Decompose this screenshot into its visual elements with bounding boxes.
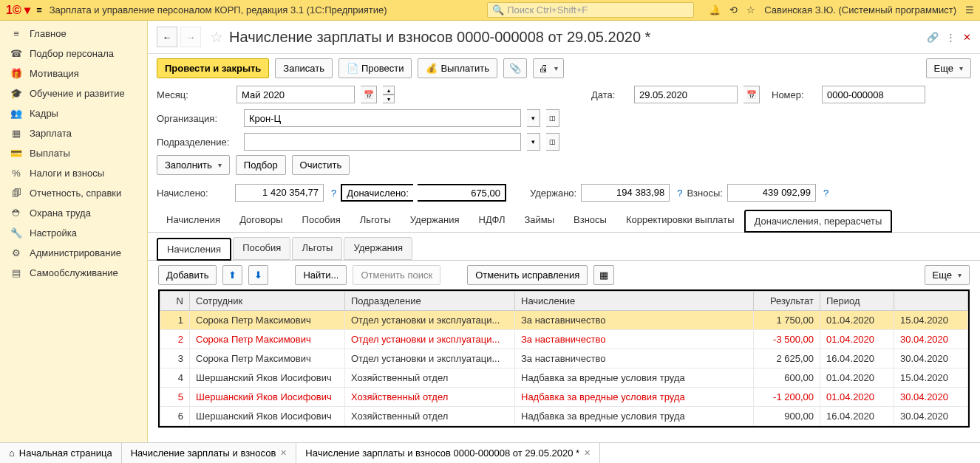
sidebar-icon: ▤ [9, 267, 24, 278]
tab-main[interactable]: Начисления [157, 209, 230, 232]
attach-button[interactable]: 📎 [503, 58, 527, 78]
document-title: Начисление зарплаты и взносов 0000-00000… [229, 29, 927, 46]
table-more-button[interactable]: Еще [925, 265, 970, 285]
table-row[interactable]: 6Шершанский Яков ИосифовичХозяйственный … [160, 407, 968, 426]
table-row[interactable]: 1Сорока Петр МаксимовичОтдел установки и… [160, 311, 968, 330]
sidebar-item[interactable]: 🔧Настройка [0, 223, 147, 243]
sidebar-item[interactable]: ▦Зарплата [0, 123, 147, 143]
move-down-button[interactable]: ⬇ [248, 265, 268, 285]
favorite-icon[interactable]: ☆ [210, 28, 223, 46]
menu-icon[interactable]: ≡ [36, 4, 42, 16]
window-tabs: ⌂Начальная страницаНачисление зарплаты и… [0, 442, 980, 463]
month-input[interactable] [237, 86, 355, 103]
org-open-icon[interactable]: ◫ [546, 109, 559, 127]
save-button[interactable]: Записать [275, 58, 333, 78]
org-dropdown-icon[interactable]: ▾ [527, 109, 540, 127]
tab-main[interactable]: Льготы [350, 209, 401, 232]
add-row-button[interactable]: Добавить [158, 265, 217, 285]
history-icon[interactable]: ⟲ [729, 4, 738, 16]
tab-main[interactable]: Займы [514, 209, 564, 232]
window-tab[interactable]: ⌂Начальная страница [0, 443, 122, 463]
tab-sub[interactable]: Удержания [344, 237, 412, 260]
dept-dropdown-icon[interactable]: ▾ [527, 133, 540, 151]
find-button[interactable]: Найти... [295, 265, 347, 285]
sidebar-item[interactable]: ≡Главное [0, 24, 147, 44]
tab-main[interactable]: Корректировки выплаты [616, 209, 744, 232]
fill-button[interactable]: Заполнить [157, 155, 230, 175]
clear-button[interactable]: Очистить [292, 155, 350, 175]
table-row[interactable]: 2Сорока Петр МаксимовичОтдел установки и… [160, 330, 968, 349]
col-n[interactable]: N [160, 292, 190, 311]
panel-icon[interactable]: ☰ [965, 4, 974, 16]
cancel-fix-button[interactable]: Отменить исправления [467, 265, 588, 285]
global-search[interactable]: 🔍 Поиск Ctrl+Shift+F [487, 2, 694, 18]
star-icon[interactable]: ☆ [746, 4, 755, 16]
close-tab-icon[interactable]: ✕ [584, 448, 591, 458]
month-up[interactable]: ▴ [383, 86, 395, 95]
sidebar-item[interactable]: ▤Самообслуживание [0, 263, 147, 283]
pay-button[interactable]: 💰Выплатить [418, 58, 497, 78]
help-icon[interactable]: ? [331, 188, 336, 199]
col-period[interactable]: Период [820, 292, 894, 311]
tab-main[interactable]: Доначисления, перерасчеты [744, 210, 893, 233]
table-row[interactable]: 4Шершанский Яков ИосифовичХозяйственный … [160, 368, 968, 388]
bell-icon[interactable]: 🔔 [709, 4, 721, 16]
link-icon[interactable]: 🔗 [927, 32, 939, 43]
more-button[interactable]: Еще [926, 58, 971, 78]
col-dept[interactable]: Подразделение [345, 292, 515, 311]
process-button[interactable]: 📄Провести [338, 58, 412, 78]
sidebar-item[interactable]: ☎Подбор персонала [0, 44, 147, 64]
sidebar-item[interactable]: 🎁Мотивация [0, 64, 147, 83]
sidebar-label: Налоги и взносы [30, 168, 104, 179]
sidebar-item[interactable]: %Налоги и взносы [0, 163, 147, 183]
process-icon: 📄 [347, 63, 358, 74]
tab-sub[interactable]: Пособия [233, 237, 290, 260]
col-period2[interactable] [894, 292, 968, 311]
sidebar-label: Обучение и развитие [30, 88, 125, 99]
process-and-close-button[interactable]: Провести и закрыть [157, 58, 269, 78]
month-calendar-icon[interactable]: 📅 [361, 86, 377, 103]
tab-main[interactable]: Договоры [230, 209, 292, 232]
tab-main[interactable]: Пособия [293, 209, 350, 232]
print-button[interactable]: 🖨 [533, 58, 564, 78]
tab-main[interactable]: НДФЛ [469, 209, 515, 232]
table-row[interactable]: 3Сорока Петр МаксимовичОтдел установки и… [160, 349, 968, 368]
month-down[interactable]: ▾ [383, 95, 395, 103]
sidebar-item[interactable]: 💳Выплаты [0, 143, 147, 163]
date-input[interactable] [634, 86, 738, 103]
col-emp[interactable]: Сотрудник [190, 292, 345, 311]
tab-main[interactable]: Взносы [564, 209, 616, 232]
sidebar-item[interactable]: ⛑Охрана труда [0, 203, 147, 223]
user-label[interactable]: Савинская З.Ю. (Системный программист) [764, 4, 956, 16]
date-calendar-icon[interactable]: 📅 [743, 86, 760, 103]
dept-open-icon[interactable]: ◫ [546, 133, 559, 151]
nav-back[interactable]: ← [157, 27, 177, 47]
sidebar-item[interactable]: 🗐Отчетность, справки [0, 183, 147, 203]
col-accr[interactable]: Начисление [515, 292, 754, 311]
move-up-button[interactable]: ⬆ [222, 265, 242, 285]
select-button[interactable]: Подбор [236, 155, 286, 175]
sidebar-item[interactable]: 👥Кадры [0, 103, 147, 123]
help-icon-2[interactable]: ? [677, 188, 682, 199]
dept-input[interactable] [244, 133, 521, 151]
window-tab[interactable]: Начисление зарплаты и взносов✕ [122, 443, 297, 463]
tab-sub[interactable]: Льготы [292, 237, 342, 260]
table-row[interactable]: 5Шершанский Яков ИосифовичХозяйственный … [160, 388, 968, 407]
window-tab[interactable]: Начисление зарплаты и взносов 0000-00000… [296, 443, 600, 463]
cancel-search-button[interactable]: Отменить поиск [353, 265, 440, 285]
org-input[interactable] [244, 109, 521, 127]
more-icon[interactable]: ⋮ [946, 32, 956, 43]
sidebar-icon: 🗐 [9, 188, 24, 199]
number-input[interactable] [822, 86, 925, 103]
sidebar-item[interactable]: ⚙Администрирование [0, 243, 147, 263]
col-res[interactable]: Результат [754, 292, 820, 311]
help-icon-3[interactable]: ? [823, 188, 828, 199]
close-icon[interactable]: ✕ [963, 32, 971, 43]
window-tab-label: Начисление зарплаты и взносов [131, 447, 276, 459]
columns-button[interactable]: ▦ [593, 265, 614, 285]
nav-forward[interactable]: → [180, 27, 201, 47]
close-tab-icon[interactable]: ✕ [280, 448, 287, 458]
tab-sub[interactable]: Начисления [157, 238, 231, 261]
tab-main[interactable]: Удержания [401, 209, 469, 232]
sidebar-item[interactable]: 🎓Обучение и развитие [0, 83, 147, 103]
